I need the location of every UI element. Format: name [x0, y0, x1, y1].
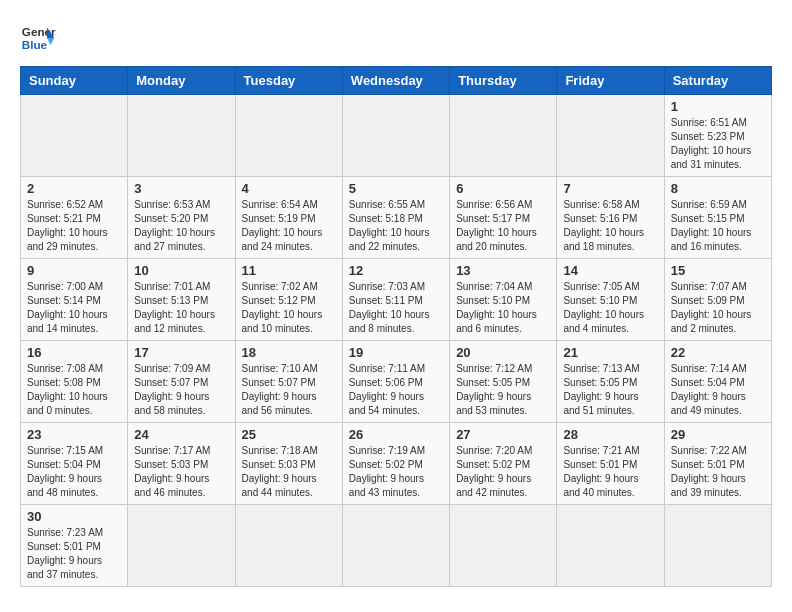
day-info: Sunrise: 7:10 AM Sunset: 5:07 PM Dayligh…	[242, 362, 336, 418]
svg-text:Blue: Blue	[22, 38, 48, 51]
logo-icon: General Blue	[20, 20, 56, 56]
day-info: Sunrise: 7:11 AM Sunset: 5:06 PM Dayligh…	[349, 362, 443, 418]
calendar-day-cell: 2Sunrise: 6:52 AM Sunset: 5:21 PM Daylig…	[21, 177, 128, 259]
calendar-day-cell: 28Sunrise: 7:21 AM Sunset: 5:01 PM Dayli…	[557, 423, 664, 505]
day-number: 27	[456, 427, 550, 442]
day-number: 3	[134, 181, 228, 196]
calendar-day-cell	[128, 505, 235, 587]
calendar-day-cell	[342, 505, 449, 587]
day-number: 25	[242, 427, 336, 442]
calendar-day-cell: 7Sunrise: 6:58 AM Sunset: 5:16 PM Daylig…	[557, 177, 664, 259]
day-info: Sunrise: 7:23 AM Sunset: 5:01 PM Dayligh…	[27, 526, 121, 582]
day-number: 29	[671, 427, 765, 442]
weekday-header-saturday: Saturday	[664, 67, 771, 95]
calendar-day-cell: 26Sunrise: 7:19 AM Sunset: 5:02 PM Dayli…	[342, 423, 449, 505]
calendar-day-cell: 20Sunrise: 7:12 AM Sunset: 5:05 PM Dayli…	[450, 341, 557, 423]
day-number: 5	[349, 181, 443, 196]
calendar-day-cell: 16Sunrise: 7:08 AM Sunset: 5:08 PM Dayli…	[21, 341, 128, 423]
day-number: 22	[671, 345, 765, 360]
calendar-day-cell	[342, 95, 449, 177]
day-number: 17	[134, 345, 228, 360]
day-number: 8	[671, 181, 765, 196]
day-info: Sunrise: 7:00 AM Sunset: 5:14 PM Dayligh…	[27, 280, 121, 336]
calendar-day-cell: 21Sunrise: 7:13 AM Sunset: 5:05 PM Dayli…	[557, 341, 664, 423]
calendar-day-cell: 22Sunrise: 7:14 AM Sunset: 5:04 PM Dayli…	[664, 341, 771, 423]
calendar-day-cell: 8Sunrise: 6:59 AM Sunset: 5:15 PM Daylig…	[664, 177, 771, 259]
day-number: 26	[349, 427, 443, 442]
day-number: 13	[456, 263, 550, 278]
calendar-day-cell	[557, 95, 664, 177]
day-info: Sunrise: 7:04 AM Sunset: 5:10 PM Dayligh…	[456, 280, 550, 336]
day-info: Sunrise: 7:09 AM Sunset: 5:07 PM Dayligh…	[134, 362, 228, 418]
calendar-day-cell	[21, 95, 128, 177]
day-info: Sunrise: 7:01 AM Sunset: 5:13 PM Dayligh…	[134, 280, 228, 336]
calendar-day-cell: 13Sunrise: 7:04 AM Sunset: 5:10 PM Dayli…	[450, 259, 557, 341]
calendar-table: SundayMondayTuesdayWednesdayThursdayFrid…	[20, 66, 772, 587]
day-number: 15	[671, 263, 765, 278]
calendar-day-cell: 30Sunrise: 7:23 AM Sunset: 5:01 PM Dayli…	[21, 505, 128, 587]
calendar-day-cell: 10Sunrise: 7:01 AM Sunset: 5:13 PM Dayli…	[128, 259, 235, 341]
day-number: 30	[27, 509, 121, 524]
day-number: 4	[242, 181, 336, 196]
day-number: 1	[671, 99, 765, 114]
day-number: 16	[27, 345, 121, 360]
weekday-header-sunday: Sunday	[21, 67, 128, 95]
day-info: Sunrise: 7:20 AM Sunset: 5:02 PM Dayligh…	[456, 444, 550, 500]
calendar-day-cell: 15Sunrise: 7:07 AM Sunset: 5:09 PM Dayli…	[664, 259, 771, 341]
calendar-week-row: 1Sunrise: 6:51 AM Sunset: 5:23 PM Daylig…	[21, 95, 772, 177]
day-number: 14	[563, 263, 657, 278]
calendar-day-cell	[664, 505, 771, 587]
weekday-header-monday: Monday	[128, 67, 235, 95]
day-info: Sunrise: 7:08 AM Sunset: 5:08 PM Dayligh…	[27, 362, 121, 418]
calendar-day-cell: 9Sunrise: 7:00 AM Sunset: 5:14 PM Daylig…	[21, 259, 128, 341]
calendar-day-cell	[235, 505, 342, 587]
day-info: Sunrise: 7:14 AM Sunset: 5:04 PM Dayligh…	[671, 362, 765, 418]
calendar-day-cell: 5Sunrise: 6:55 AM Sunset: 5:18 PM Daylig…	[342, 177, 449, 259]
calendar-week-row: 16Sunrise: 7:08 AM Sunset: 5:08 PM Dayli…	[21, 341, 772, 423]
day-number: 9	[27, 263, 121, 278]
day-number: 28	[563, 427, 657, 442]
calendar-day-cell: 24Sunrise: 7:17 AM Sunset: 5:03 PM Dayli…	[128, 423, 235, 505]
day-info: Sunrise: 6:54 AM Sunset: 5:19 PM Dayligh…	[242, 198, 336, 254]
calendar-day-cell	[235, 95, 342, 177]
calendar-day-cell	[128, 95, 235, 177]
day-number: 19	[349, 345, 443, 360]
calendar-day-cell: 29Sunrise: 7:22 AM Sunset: 5:01 PM Dayli…	[664, 423, 771, 505]
day-number: 7	[563, 181, 657, 196]
calendar-day-cell	[450, 505, 557, 587]
day-info: Sunrise: 7:03 AM Sunset: 5:11 PM Dayligh…	[349, 280, 443, 336]
weekday-header-wednesday: Wednesday	[342, 67, 449, 95]
calendar-week-row: 2Sunrise: 6:52 AM Sunset: 5:21 PM Daylig…	[21, 177, 772, 259]
calendar-day-cell: 23Sunrise: 7:15 AM Sunset: 5:04 PM Dayli…	[21, 423, 128, 505]
weekday-header-tuesday: Tuesday	[235, 67, 342, 95]
day-number: 24	[134, 427, 228, 442]
day-number: 2	[27, 181, 121, 196]
calendar-day-cell: 27Sunrise: 7:20 AM Sunset: 5:02 PM Dayli…	[450, 423, 557, 505]
svg-marker-3	[47, 38, 54, 45]
calendar-day-cell: 11Sunrise: 7:02 AM Sunset: 5:12 PM Dayli…	[235, 259, 342, 341]
day-info: Sunrise: 6:59 AM Sunset: 5:15 PM Dayligh…	[671, 198, 765, 254]
calendar-day-cell	[450, 95, 557, 177]
calendar-day-cell: 19Sunrise: 7:11 AM Sunset: 5:06 PM Dayli…	[342, 341, 449, 423]
day-info: Sunrise: 7:15 AM Sunset: 5:04 PM Dayligh…	[27, 444, 121, 500]
weekday-header-row: SundayMondayTuesdayWednesdayThursdayFrid…	[21, 67, 772, 95]
day-number: 20	[456, 345, 550, 360]
day-info: Sunrise: 6:58 AM Sunset: 5:16 PM Dayligh…	[563, 198, 657, 254]
calendar-day-cell: 25Sunrise: 7:18 AM Sunset: 5:03 PM Dayli…	[235, 423, 342, 505]
day-info: Sunrise: 7:13 AM Sunset: 5:05 PM Dayligh…	[563, 362, 657, 418]
day-info: Sunrise: 6:56 AM Sunset: 5:17 PM Dayligh…	[456, 198, 550, 254]
day-number: 12	[349, 263, 443, 278]
calendar-day-cell: 1Sunrise: 6:51 AM Sunset: 5:23 PM Daylig…	[664, 95, 771, 177]
calendar-day-cell: 3Sunrise: 6:53 AM Sunset: 5:20 PM Daylig…	[128, 177, 235, 259]
weekday-header-friday: Friday	[557, 67, 664, 95]
day-info: Sunrise: 6:53 AM Sunset: 5:20 PM Dayligh…	[134, 198, 228, 254]
calendar-week-row: 30Sunrise: 7:23 AM Sunset: 5:01 PM Dayli…	[21, 505, 772, 587]
day-number: 6	[456, 181, 550, 196]
day-info: Sunrise: 7:22 AM Sunset: 5:01 PM Dayligh…	[671, 444, 765, 500]
day-info: Sunrise: 7:18 AM Sunset: 5:03 PM Dayligh…	[242, 444, 336, 500]
day-info: Sunrise: 7:05 AM Sunset: 5:10 PM Dayligh…	[563, 280, 657, 336]
calendar-day-cell: 17Sunrise: 7:09 AM Sunset: 5:07 PM Dayli…	[128, 341, 235, 423]
day-number: 23	[27, 427, 121, 442]
calendar-week-row: 23Sunrise: 7:15 AM Sunset: 5:04 PM Dayli…	[21, 423, 772, 505]
calendar-day-cell: 4Sunrise: 6:54 AM Sunset: 5:19 PM Daylig…	[235, 177, 342, 259]
